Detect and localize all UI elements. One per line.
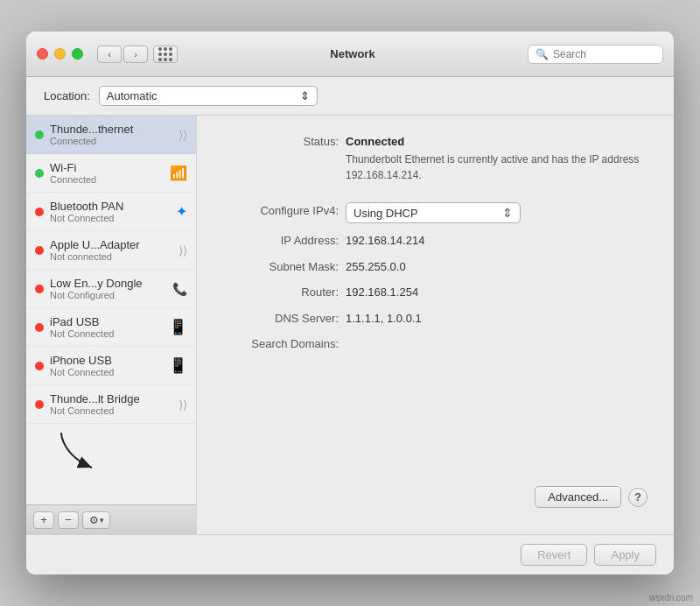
item-status: Not connected	[50, 251, 175, 262]
ip-value: 192.168.14.214	[346, 232, 424, 250]
location-bar: Location: Automatic ⇕	[26, 77, 674, 116]
sidebar-item-ipad-usb[interactable]: iPad USB Not Connected 📱	[26, 308, 196, 347]
item-name: Wi-Fi	[50, 161, 166, 174]
item-text: Bluetooth PAN Not Connected	[50, 200, 172, 223]
status-dot-red	[35, 285, 44, 293]
item-name: Apple U...Adapter	[50, 238, 175, 251]
status-dot-red	[35, 246, 44, 255]
search-domains-row: Search Domains:	[223, 335, 648, 353]
ipad-icon: 📱	[169, 318, 187, 336]
item-status: Connected	[50, 174, 166, 185]
help-button[interactable]: ?	[628, 488, 648, 507]
dns-label: DNS Server:	[223, 310, 346, 328]
search-bar[interactable]: 🔍	[528, 45, 663, 64]
item-name: iPhone USB	[50, 354, 165, 367]
close-button[interactable]	[37, 48, 48, 60]
search-domains-label: Search Domains:	[223, 335, 346, 353]
status-dot-red	[35, 362, 44, 370]
status-dot-red	[35, 323, 44, 332]
item-status: Not Connected	[50, 213, 172, 223]
ip-label: IP Address:	[223, 232, 346, 250]
apply-button[interactable]: Apply	[594, 544, 656, 566]
item-text: Thunde...lt Bridge Not Connected	[50, 392, 175, 416]
status-value: Connected	[346, 135, 404, 148]
location-stepper-icon: ⇕	[300, 89, 310, 102]
minimize-button[interactable]	[54, 48, 66, 60]
configure-label: Configure IPv4:	[223, 202, 346, 220]
grid-icon	[158, 47, 172, 61]
subnet-value: 255.255.0.0	[346, 258, 406, 276]
sidebar-item-low-energy-dongle[interactable]: Low En...y Dongle Not Configured 📞	[26, 270, 196, 308]
arrow-svg	[52, 428, 122, 476]
bottom-bar: Revert Apply	[26, 534, 674, 574]
sidebar-item-iphone-usb[interactable]: iPhone USB Not Connected 📱	[26, 347, 196, 385]
configure-stepper-icon: ⇕	[502, 206, 513, 220]
configure-value: Using DHCP	[354, 207, 418, 220]
arrow-annotation	[26, 424, 196, 476]
status-label: Status:	[223, 133, 346, 151]
remove-button[interactable]: −	[58, 511, 79, 529]
item-name: Low En...y Dongle	[50, 277, 169, 290]
item-status: Connected	[50, 136, 175, 146]
status-dot-red	[35, 400, 44, 409]
arrows-icon: ⟩⟩	[178, 243, 187, 257]
sidebar-list: Thunde...thernet Connected ⟩⟩ Wi-Fi Conn…	[26, 116, 196, 504]
item-status: Not Connected	[50, 367, 165, 377]
forward-button[interactable]: ›	[123, 46, 148, 63]
configure-select[interactable]: Using DHCP ⇕	[346, 202, 521, 223]
status-value-container: Connected Thunderbolt Ethernet is curren…	[346, 133, 648, 183]
grid-button[interactable]	[153, 46, 178, 63]
router-label: Router:	[223, 284, 346, 301]
advanced-button[interactable]: Advanced...	[535, 486, 621, 508]
status-dot-green	[35, 169, 44, 178]
bluetooth-icon: ✦	[176, 203, 187, 220]
item-name: Thunde...thernet	[50, 123, 175, 136]
network-window: ‹ › Network 🔍 Location: Automatic ⇕	[26, 32, 674, 574]
main-content: Thunde...thernet Connected ⟩⟩ Wi-Fi Conn…	[26, 116, 674, 534]
search-input[interactable]	[553, 48, 655, 60]
configure-row: Configure IPv4: Using DHCP ⇕	[223, 202, 648, 223]
router-row: Router: 192.168.1.254	[223, 284, 648, 301]
search-icon: 🔍	[536, 48, 549, 60]
sidebar-item-apple-usb-adapter[interactable]: Apple U...Adapter Not connected ⟩⟩	[26, 231, 196, 270]
status-dot-red	[35, 208, 44, 216]
add-button[interactable]: +	[33, 511, 54, 529]
wifi-icon: 📶	[170, 165, 187, 181]
subnet-label: Subnet Mask:	[223, 258, 346, 276]
back-button[interactable]: ‹	[97, 46, 122, 63]
sidebar-item-thunderbolt-ethernet[interactable]: Thunde...thernet Connected ⟩⟩	[26, 116, 196, 154]
item-text: Thunde...thernet Connected	[50, 123, 175, 146]
item-text: iPhone USB Not Connected	[50, 354, 165, 377]
gear-button[interactable]: ⚙ ▾	[82, 511, 110, 529]
sidebar-item-wifi[interactable]: Wi-Fi Connected 📶	[26, 154, 196, 193]
dns-row: DNS Server: 1.1.1.1, 1.0.0.1	[223, 310, 648, 328]
sidebar-item-thunderbolt-bridge[interactable]: Thunde...lt Bridge Not Connected ⟩⟩	[26, 385, 196, 424]
location-label: Location:	[44, 89, 90, 102]
item-status: Not Connected	[50, 328, 165, 339]
detail-panel: Status: Connected Thunderbolt Ethernet i…	[197, 116, 674, 534]
gear-icon: ⚙	[89, 514, 99, 526]
item-text: iPad USB Not Connected	[50, 315, 165, 339]
item-text: Wi-Fi Connected	[50, 161, 166, 185]
chevron-down-icon: ▾	[100, 516, 104, 525]
router-value: 192.168.1.254	[346, 284, 418, 301]
subnet-row: Subnet Mask: 255.255.0.0	[223, 258, 648, 276]
status-row: Status: Connected Thunderbolt Ethernet i…	[223, 133, 648, 183]
maximize-button[interactable]	[72, 48, 83, 60]
dns-value: 1.1.1.1, 1.0.0.1	[346, 310, 422, 328]
status-description: Thunderbolt Ethernet is currently active…	[346, 153, 639, 182]
sidebar-toolbar: + − ⚙ ▾	[26, 504, 196, 534]
item-name: iPad USB	[50, 315, 165, 328]
item-text: Low En...y Dongle Not Configured	[50, 277, 169, 300]
status-dot-green	[35, 130, 44, 139]
location-value: Automatic	[107, 89, 158, 102]
arrows-icon: ⟩⟩	[178, 128, 187, 142]
sidebar-item-bluetooth-pan[interactable]: Bluetooth PAN Not Connected ✦	[26, 193, 196, 231]
revert-button[interactable]: Revert	[521, 544, 587, 566]
window-title: Network	[178, 47, 528, 60]
titlebar: ‹ › Network 🔍	[26, 32, 674, 77]
item-name: Thunde...lt Bridge	[50, 392, 175, 405]
location-select[interactable]: Automatic ⇕	[99, 86, 318, 106]
sidebar: Thunde...thernet Connected ⟩⟩ Wi-Fi Conn…	[26, 116, 197, 534]
item-name: Bluetooth PAN	[50, 200, 172, 213]
